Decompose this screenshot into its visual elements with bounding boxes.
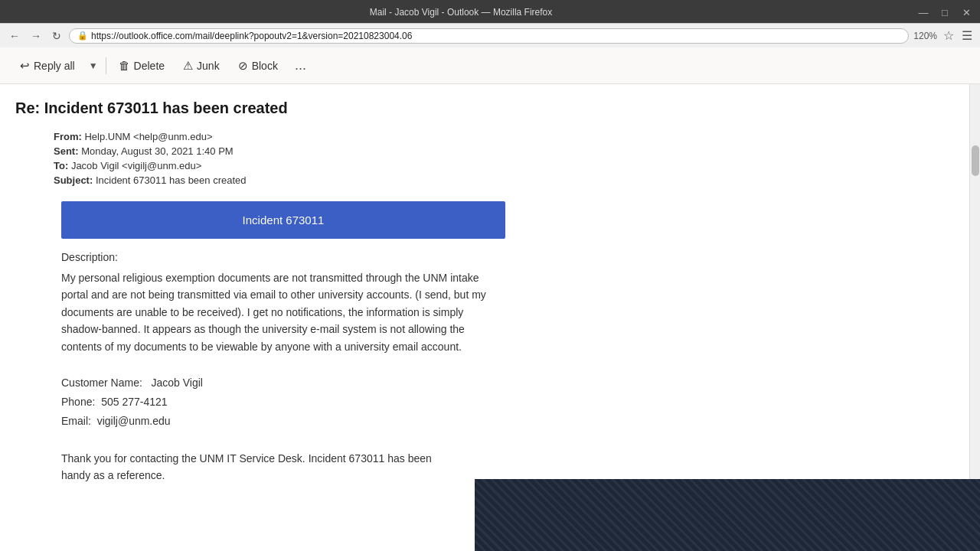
url-text: https://outlook.office.com/mail/deeplink… [91, 31, 900, 41]
customer-name-label: Customer Name: [61, 377, 142, 389]
delete-icon: 🗑 [119, 59, 130, 72]
reply-dropdown-button[interactable]: ▼ [86, 57, 101, 75]
from-value: Help.UNM <help@unm.edu> [84, 131, 212, 142]
customer-name-row: Customer Name: Jacob Vigil [61, 373, 939, 393]
scrollbar-thumb[interactable] [972, 145, 979, 176]
more-icon: ... [295, 57, 306, 73]
junk-label: Junk [197, 60, 220, 72]
dark-overlay [475, 479, 980, 551]
browser-title: Mail - Jacob Vigil - Outlook — Mozilla F… [6, 7, 916, 18]
more-actions-button[interactable]: ... [289, 54, 312, 77]
to-label: To: [54, 160, 68, 171]
forward-button[interactable]: → [28, 28, 44, 44]
zoom-level: 120% [913, 31, 937, 41]
maximize-button[interactable]: □ [937, 5, 952, 20]
incident-box-text: Incident 673011 [243, 214, 325, 227]
browser-window-controls: — □ ✕ [916, 5, 974, 20]
customer-info: Customer Name: Jacob Vigil Phone: 505 27… [61, 373, 939, 432]
junk-icon: ⚠ [183, 59, 193, 73]
email-row: Email: vigilj@unm.edu [61, 412, 939, 431]
sent-row: Sent: Monday, August 30, 2021 1:40 PM [54, 145, 954, 157]
refresh-button[interactable]: ↻ [49, 28, 64, 44]
minimize-button[interactable]: — [916, 5, 931, 20]
browser-menu-button[interactable]: ☰ [960, 27, 974, 44]
browser-titlebar: Mail - Jacob Vigil - Outlook — Mozilla F… [0, 3, 980, 23]
phone-row: Phone: 505 277-4121 [61, 393, 939, 412]
sent-value: Monday, August 30, 2021 1:40 PM [81, 145, 234, 157]
incident-box: Incident 673011 [61, 201, 505, 239]
security-lock-icon: 🔒 [77, 31, 88, 41]
thank-you-text: Thank you for contacting the UNM IT Serv… [61, 450, 459, 484]
reply-all-icon: ↩ [20, 59, 30, 73]
from-row: From: Help.UNM <help@unm.edu> [54, 131, 954, 142]
subject-label: Subject: [54, 174, 93, 186]
address-bar[interactable]: 🔒 https://outlook.office.com/mail/deepli… [69, 28, 909, 44]
email-body: Description: My personal religious exemp… [61, 251, 939, 484]
sent-label: Sent: [54, 145, 79, 157]
delete-label: Delete [134, 60, 165, 72]
bookmark-star-button[interactable]: ☆ [942, 27, 956, 44]
block-label: Block [252, 60, 278, 72]
email-metadata: From: Help.UNM <help@unm.edu> Sent: Mond… [54, 131, 954, 186]
phone-label: Phone: [61, 396, 95, 408]
browser-chrome: Mail - Jacob Vigil - Outlook — Mozilla F… [0, 0, 980, 47]
thank-you-line1: Thank you for contacting the UNM IT Serv… [61, 452, 432, 465]
delete-button[interactable]: 🗑 Delete [111, 55, 172, 76]
to-value: Jacob Vigil <vigilj@unm.edu> [71, 160, 202, 171]
back-button[interactable]: ← [6, 28, 23, 44]
description-label: Description: [61, 251, 939, 263]
reply-all-button[interactable]: ↩ Reply all [12, 55, 83, 77]
browser-toolbar: ← → ↻ 🔒 https://outlook.office.com/mail/… [0, 23, 980, 47]
email-content: Re: Incident 673011 has been created Fro… [0, 84, 969, 484]
junk-button[interactable]: ⚠ Junk [175, 55, 227, 77]
subject-meta-value: Incident 673011 has been created [96, 174, 247, 186]
to-row: To: Jacob Vigil <vigilj@unm.edu> [54, 160, 954, 171]
from-label: From: [54, 131, 82, 142]
reply-all-label: Reply all [34, 60, 75, 72]
email-field-value: vigilj@unm.edu [97, 415, 171, 427]
close-button[interactable]: ✕ [959, 5, 974, 20]
description-text: My personal religious exemption document… [61, 269, 490, 355]
email-toolbar: ↩ Reply all ▼ 🗑 Delete ⚠ Junk ⊘ Block ..… [0, 47, 980, 84]
subject-row: Subject: Incident 673011 has been create… [54, 174, 954, 186]
customer-name-value: Jacob Vigil [151, 377, 202, 389]
thank-you-line2: handy as a reference. [61, 469, 165, 481]
email-subject: Re: Incident 673011 has been created [15, 99, 954, 117]
block-button[interactable]: ⊘ Block [230, 55, 286, 77]
toolbar-divider [106, 57, 106, 74]
browser-right-controls: 120% ☆ ☰ [913, 27, 974, 44]
email-field-label: Email: [61, 415, 91, 427]
block-icon: ⊘ [238, 59, 248, 73]
phone-value: 505 277-4121 [101, 396, 167, 408]
